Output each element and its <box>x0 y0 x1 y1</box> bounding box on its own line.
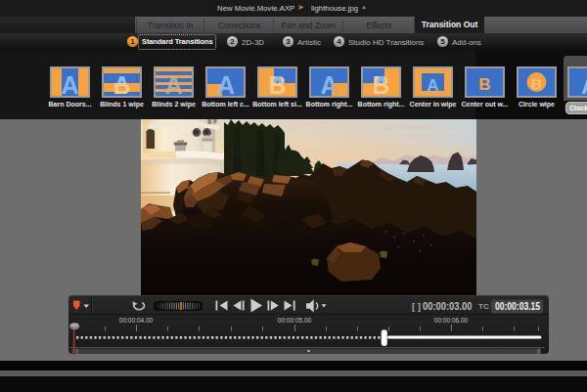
svg-text:A: A <box>217 71 235 97</box>
svg-text:00:00:06.00: 00:00:06.00 <box>434 317 469 324</box>
svg-text:TC: TC <box>478 302 489 311</box>
svg-text:[ ]: [ ] <box>412 301 421 312</box>
svg-text:B: B <box>478 75 490 94</box>
svg-text:A: A <box>164 71 182 97</box>
svg-text:B: B <box>531 75 542 92</box>
svg-text:00:00:03.00: 00:00:03.00 <box>423 300 473 312</box>
svg-text:00:00:05.00: 00:00:05.00 <box>278 317 312 324</box>
svg-text:A: A <box>61 71 78 97</box>
svg-text:A: A <box>581 71 587 97</box>
svg-text:00:00:03.15: 00:00:03.15 <box>495 300 540 312</box>
svg-text:00:00:04.00: 00:00:04.00 <box>119 317 154 324</box>
svg-text:A: A <box>427 76 438 95</box>
